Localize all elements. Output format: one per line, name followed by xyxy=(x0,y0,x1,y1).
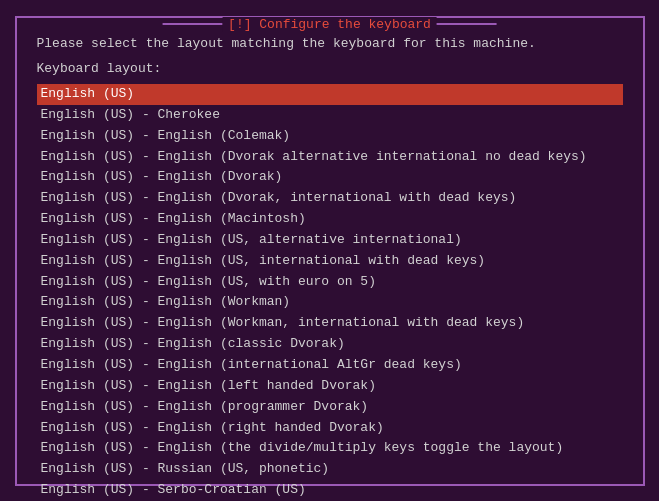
list-item[interactable]: English (US) - English (Dvorak, internat… xyxy=(37,188,623,209)
keyboard-layout-label: Keyboard layout: xyxy=(37,61,623,76)
list-item[interactable]: English (US) - English (Dvorak alternati… xyxy=(37,147,623,168)
dialog: [!] Configure the keyboard Please select… xyxy=(15,16,645,486)
title-bar: [!] Configure the keyboard xyxy=(162,17,497,32)
list-item[interactable]: English (US) - English (classic Dvorak) xyxy=(37,334,623,355)
dialog-title: [!] Configure the keyboard xyxy=(222,17,437,32)
list-item[interactable]: English (US) - English (Workman, interna… xyxy=(37,313,623,334)
list-item[interactable]: English (US) - English (right handed Dvo… xyxy=(37,418,623,439)
title-bar-line-right xyxy=(437,23,497,25)
dialog-content: Please select the layout matching the ke… xyxy=(17,18,643,502)
list-item[interactable]: English (US) - Cherokee xyxy=(37,105,623,126)
list-item[interactable]: English (US) - English (US, with euro on… xyxy=(37,272,623,293)
list-item[interactable]: English (US) xyxy=(37,84,623,105)
list-item[interactable]: English (US) - Serbo-Croatian (US) xyxy=(37,480,623,501)
list-item[interactable]: English (US) - English (the divide/multi… xyxy=(37,438,623,459)
list-item[interactable]: English (US) - Russian (US, phonetic) xyxy=(37,459,623,480)
list-item[interactable]: English (US) - English (Workman) xyxy=(37,292,623,313)
list-item[interactable]: English (US) - English (US, internationa… xyxy=(37,251,623,272)
list-item[interactable]: English (US) - English (international Al… xyxy=(37,355,623,376)
description-text: Please select the layout matching the ke… xyxy=(37,34,623,54)
title-bar-line-left xyxy=(162,23,222,25)
layout-list: English (US)English (US) - CherokeeEngli… xyxy=(37,84,623,501)
list-item[interactable]: English (US) - English (Colemak) xyxy=(37,126,623,147)
list-item[interactable]: English (US) - English (US, alternative … xyxy=(37,230,623,251)
list-item[interactable]: English (US) - English (programmer Dvora… xyxy=(37,397,623,418)
list-item[interactable]: English (US) - English (left handed Dvor… xyxy=(37,376,623,397)
list-item[interactable]: English (US) - English (Macintosh) xyxy=(37,209,623,230)
screen: [!] Configure the keyboard Please select… xyxy=(0,0,659,501)
list-item[interactable]: English (US) - English (Dvorak) xyxy=(37,167,623,188)
